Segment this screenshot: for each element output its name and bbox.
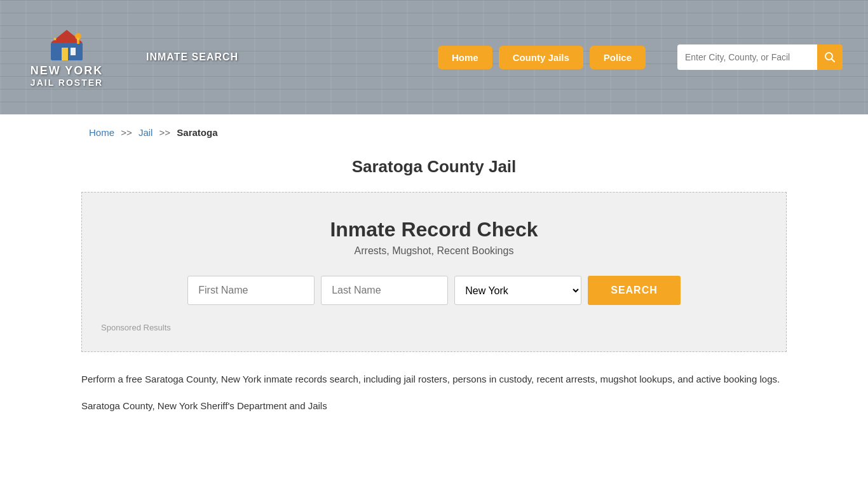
- sponsored-label: Sponsored Results: [101, 320, 767, 332]
- record-check-title: Inmate Record Check: [101, 218, 767, 241]
- breadcrumb-sep1: >>: [121, 127, 132, 138]
- page-title-area: Saratoga County Jail: [0, 151, 868, 192]
- svg-rect-2: [62, 48, 68, 60]
- main-nav: Home County Jails Police: [438, 46, 646, 69]
- svg-line-9: [832, 59, 835, 62]
- svg-text:★: ★: [53, 36, 57, 42]
- body-text-area: Perform a free Saratoga County, New York…: [81, 371, 787, 414]
- logo-line1: NEW YORK: [31, 64, 104, 78]
- logo-area: ★ ★ NEW YORK JAIL ROSTER: [25, 27, 108, 88]
- search-button[interactable]: SEARCH: [588, 276, 681, 305]
- body-paragraph-1: Perform a free Saratoga County, New York…: [81, 371, 787, 388]
- header-search-area: [677, 44, 843, 70]
- record-check-form: AlabamaAlaskaArizonaArkansasCaliforniaCo…: [101, 276, 767, 305]
- breadcrumb-current: Saratoga: [177, 127, 217, 138]
- logo-line2: JAIL ROSTER: [31, 78, 103, 88]
- header-search-input[interactable]: [677, 44, 817, 70]
- svg-text:★: ★: [76, 36, 80, 42]
- breadcrumb: Home >> Jail >> Saratoga: [0, 114, 868, 151]
- search-icon: [824, 51, 836, 63]
- nav-county-jails-button[interactable]: County Jails: [499, 46, 583, 69]
- site-header: ★ ★ NEW YORK JAIL ROSTER INMATE SEARCH H…: [0, 0, 868, 114]
- header-search-button[interactable]: [817, 44, 843, 70]
- nav-police-button[interactable]: Police: [590, 46, 646, 69]
- svg-rect-3: [71, 48, 76, 55]
- record-check-subtitle: Arrests, Mugshot, Recent Bookings: [101, 245, 767, 257]
- nav-home-button[interactable]: Home: [438, 46, 492, 69]
- page-title: Saratoga County Jail: [0, 157, 868, 177]
- last-name-input[interactable]: [321, 276, 448, 305]
- record-check-box: Inmate Record Check Arrests, Mugshot, Re…: [81, 192, 787, 352]
- inmate-search-label: INMATE SEARCH: [146, 51, 238, 63]
- logo-icon: ★ ★: [48, 27, 86, 62]
- breadcrumb-jail[interactable]: Jail: [139, 127, 153, 138]
- first-name-input[interactable]: [187, 276, 315, 305]
- body-paragraph-2: Saratoga County, New York Sheriff's Depa…: [81, 398, 787, 414]
- breadcrumb-sep2: >>: [159, 127, 171, 138]
- state-select[interactable]: AlabamaAlaskaArizonaArkansasCaliforniaCo…: [454, 276, 581, 305]
- breadcrumb-home[interactable]: Home: [89, 127, 114, 138]
